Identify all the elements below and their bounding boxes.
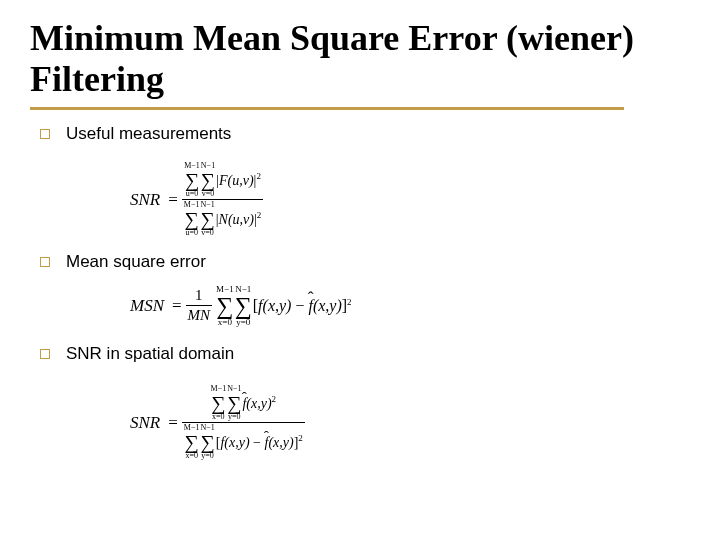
equals-sign: = bbox=[172, 296, 182, 316]
item-label: Mean square error bbox=[66, 252, 206, 272]
formula-snr-frequency: SNR = M−1∑u=0 N−1∑v=0 |F(u,v)|2 M−1∑u=0 … bbox=[130, 148, 690, 252]
formula-lhs: SNR bbox=[130, 190, 160, 210]
slide: Minimum Mean Square Error (wiener) Filte… bbox=[0, 0, 720, 478]
formula-snr-spatial: SNR = M−1∑x=0 N−1∑y=0 f(x,y)2 M−1∑x=0 N−… bbox=[130, 368, 690, 478]
bullet-icon bbox=[40, 129, 50, 139]
formula-lhs: SNR bbox=[130, 413, 160, 433]
list-item: Useful measurements bbox=[40, 124, 690, 144]
item-label: Useful measurements bbox=[66, 124, 231, 144]
item-label: SNR in spatial domain bbox=[66, 344, 234, 364]
bullet-icon bbox=[40, 257, 50, 267]
page-title: Minimum Mean Square Error (wiener) Filte… bbox=[30, 18, 690, 101]
fraction: M−1∑u=0 N−1∑v=0 |F(u,v)|2 M−1∑u=0 N−1∑v=… bbox=[182, 161, 263, 238]
formula-mse: MSN = 1 MN M−1∑x=0 N−1∑y=0 [f(x,y) − f(x… bbox=[130, 276, 690, 336]
list-item: Mean square error bbox=[40, 252, 690, 272]
equals-sign: = bbox=[168, 190, 178, 210]
equals-sign: = bbox=[168, 413, 178, 433]
fraction: M−1∑x=0 N−1∑y=0 f(x,y)2 M−1∑x=0 N−1∑y=0 … bbox=[182, 384, 305, 461]
list-item: SNR in spatial domain bbox=[40, 344, 690, 364]
title-underline bbox=[30, 107, 624, 110]
bullet-icon bbox=[40, 349, 50, 359]
formula-lhs: MSN bbox=[130, 296, 164, 316]
